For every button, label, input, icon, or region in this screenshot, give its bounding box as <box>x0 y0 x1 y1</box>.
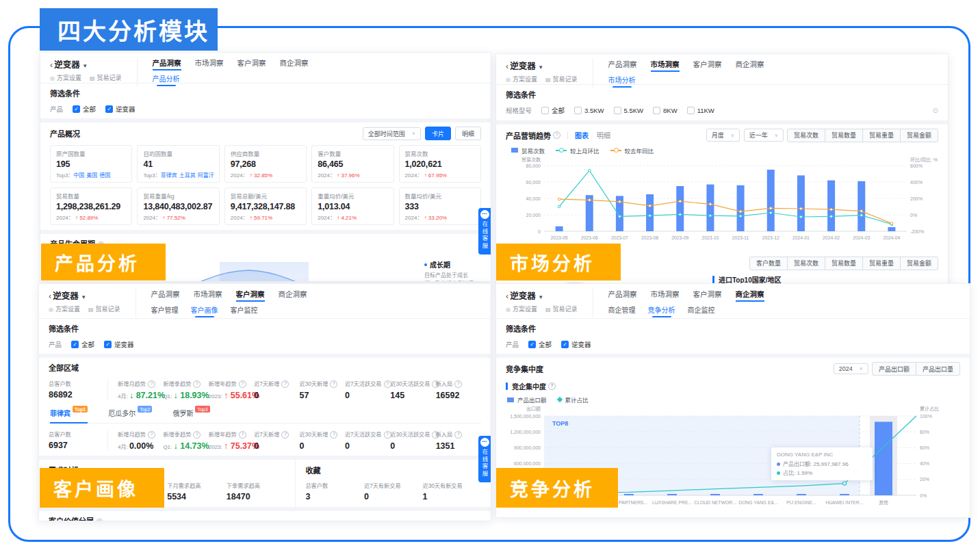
checkbox-5-5kw[interactable]: 5.5KW <box>614 107 644 114</box>
metric-trade-count-button[interactable]: 贸易次数 <box>787 257 825 270</box>
info-icon[interactable]: ? <box>281 380 289 388</box>
tab-customer-insight[interactable]: 客户洞察 <box>236 289 265 302</box>
page-title[interactable]: ‹逆变器 ▼ <box>49 289 120 302</box>
tab-business-insight[interactable]: 商企洞察 <box>280 57 309 70</box>
online-service-button[interactable]: ⋯ 在线客服 <box>478 436 491 482</box>
country-tab-russia[interactable]: 俄罗斯Top3 <box>172 408 209 418</box>
scheme-setting-link[interactable]: ◎方案设置 <box>49 304 80 313</box>
back-icon[interactable]: ‹ <box>50 60 53 70</box>
info-icon[interactable]: ? <box>454 380 462 388</box>
metric-trade-weight-button[interactable]: 贸易重量 <box>862 129 901 142</box>
tab-product-insight[interactable]: 产品洞察 <box>153 57 181 70</box>
period-select[interactable]: 月度∨ <box>706 129 740 142</box>
checkbox-11kw[interactable]: 11KW <box>687 107 714 114</box>
metric-trade-count-button[interactable]: 贸易次数 <box>787 129 825 142</box>
online-service-button[interactable]: ⋯ 在线客服 <box>478 208 491 255</box>
checkbox-all[interactable]: ✓全部 <box>73 104 96 114</box>
subtab-competition-analysis[interactable]: 竞争分析 <box>648 304 675 317</box>
tab-product-insight[interactable]: 产品洞察 <box>151 289 180 302</box>
scheme-setting-link[interactable]: ◎方案设置 <box>506 304 537 313</box>
info-icon[interactable]: ? <box>239 431 246 439</box>
dot-icon <box>777 462 780 466</box>
metric-customer-count-button[interactable]: 客户数量 <box>749 257 788 270</box>
info-icon[interactable]: ? <box>281 431 289 439</box>
scheme-setting-link[interactable]: ◎方案设置 <box>506 75 537 83</box>
metric-trade-amount-button[interactable]: 贸易金额 <box>900 129 938 142</box>
checkbox-3-5kw[interactable]: 3.5KW <box>574 107 604 114</box>
checkbox-inverter[interactable]: ✓逆变器 <box>105 104 136 114</box>
subtab-business-monitor[interactable]: 商企监控 <box>688 304 715 317</box>
info-icon[interactable]: ? <box>239 380 246 388</box>
top3-country-link[interactable]: 中国 <box>73 172 84 179</box>
tab-market-insight[interactable]: 市场洞察 <box>195 57 224 70</box>
back-icon[interactable]: ‹ <box>506 291 508 301</box>
metric-trade-amount-button[interactable]: 贸易金额 <box>900 257 938 270</box>
tab-customer-insight[interactable]: 客户洞察 <box>693 289 722 302</box>
tab-market-insight[interactable]: 市场洞察 <box>651 289 680 302</box>
card-view-button[interactable]: 卡片 <box>425 127 451 140</box>
info-icon[interactable]: ? <box>148 431 155 439</box>
back-icon[interactable]: ‹ <box>506 62 508 71</box>
year-select[interactable]: 2024∨ <box>834 363 868 374</box>
checkbox-all[interactable]: 全部 <box>541 105 565 115</box>
checkbox-inverter[interactable]: ✓逆变器 <box>561 339 591 349</box>
back-icon[interactable]: ‹ <box>49 291 51 301</box>
tab-customer-insight[interactable]: 客户洞察 <box>237 57 266 70</box>
metric-trade-qty-button[interactable]: 贸易数量 <box>825 129 863 142</box>
info-icon[interactable]: ? <box>330 431 337 439</box>
subtab-market-analysis[interactable]: 市场分析 <box>608 75 636 88</box>
trade-record-link[interactable]: ▤贸易记录 <box>545 304 578 313</box>
info-icon[interactable]: ? <box>330 380 337 388</box>
tab-market-insight[interactable]: 市场洞察 <box>194 289 222 302</box>
stat-item-3: 新增年趋势?2023: ↑ 75.37% <box>209 430 254 451</box>
detail-view-button[interactable]: 明细 <box>455 127 481 140</box>
metric-export-volume-button[interactable]: 产品出口量 <box>916 362 960 376</box>
top3-country-link[interactable]: 土耳其 <box>179 172 196 179</box>
tab-customer-insight[interactable]: 客户洞察 <box>693 59 722 72</box>
subtab-product-analysis[interactable]: 产品分析 <box>153 73 180 86</box>
tab-business-insight[interactable]: 商企洞察 <box>279 289 307 302</box>
checkbox-8kw[interactable]: 8KW <box>653 107 678 114</box>
subtab-business-management[interactable]: 商企管理 <box>608 304 636 317</box>
info-icon[interactable]: ? <box>148 380 155 388</box>
tab-detail-view[interactable]: 明细 <box>597 130 610 140</box>
tab-product-insight[interactable]: 产品洞察 <box>608 289 637 302</box>
subtab-customer-profile[interactable]: 客户画像 <box>191 304 218 317</box>
info-icon[interactable]: ? <box>96 519 103 521</box>
page-title[interactable]: ‹逆变器 ▼ <box>506 289 578 302</box>
top3-country-link[interactable]: 阿富汗 <box>198 172 214 179</box>
country-tab-ecuador[interactable]: 厄瓜多尔Top2 <box>108 408 152 418</box>
page-title[interactable]: ‹逆变器 ▼ <box>50 57 122 70</box>
top3-country-link[interactable]: 菲律宾 <box>161 172 177 179</box>
range-select[interactable]: 近一年∨ <box>744 129 784 142</box>
info-icon[interactable]: ? <box>193 380 201 388</box>
tab-chart-view[interactable]: 图表 <box>575 130 589 140</box>
tab-business-insight[interactable]: 商企洞察 <box>736 59 764 72</box>
checkbox-all[interactable]: ✓全部 <box>528 339 552 349</box>
info-icon[interactable]: ? <box>193 431 201 439</box>
tab-market-insight[interactable]: 市场洞察 <box>651 59 680 72</box>
checkbox-inverter[interactable]: ✓逆变器 <box>104 339 134 349</box>
info-icon[interactable]: ? <box>553 131 560 139</box>
page-title[interactable]: ‹逆变器 ▼ <box>506 59 578 72</box>
tab-business-insight[interactable]: 商企洞察 <box>736 289 764 302</box>
trade-record-link[interactable]: ▤贸易记录 <box>90 73 122 82</box>
metric-trade-qty-button[interactable]: 贸易数量 <box>825 257 863 270</box>
subtab-customer-management[interactable]: 客户管理 <box>151 304 179 317</box>
metric-trade-weight-button[interactable]: 贸易重量 <box>862 257 901 270</box>
trade-record-link[interactable]: ▤贸易记录 <box>545 75 578 83</box>
top3-country-link[interactable]: 美国 <box>86 172 97 179</box>
time-range-select[interactable]: 全部时间范围∨ <box>363 127 421 140</box>
country-tab-philippines[interactable]: 菲律宾Top1 <box>50 408 88 418</box>
info-icon[interactable]: ? <box>454 431 462 439</box>
scheme-setting-link[interactable]: ◎方案设置 <box>50 73 81 82</box>
filter-collapse-icon[interactable]: ⊙ <box>933 107 938 114</box>
checkbox-all[interactable]: ✓全部 <box>71 339 94 349</box>
tab-product-insight[interactable]: 产品洞察 <box>608 59 637 72</box>
top3-country-link[interactable]: 德国 <box>99 172 110 179</box>
trade-record-link[interactable]: ▤贸易记录 <box>88 304 120 313</box>
info-icon[interactable]: ? <box>548 382 556 390</box>
stat-card-2: 供应商数量97,2682024： ↑ 32.85% <box>224 145 307 183</box>
metric-export-amount-button[interactable]: 产品出口额 <box>872 362 916 376</box>
subtab-customer-monitor[interactable]: 客户监控 <box>231 304 258 317</box>
